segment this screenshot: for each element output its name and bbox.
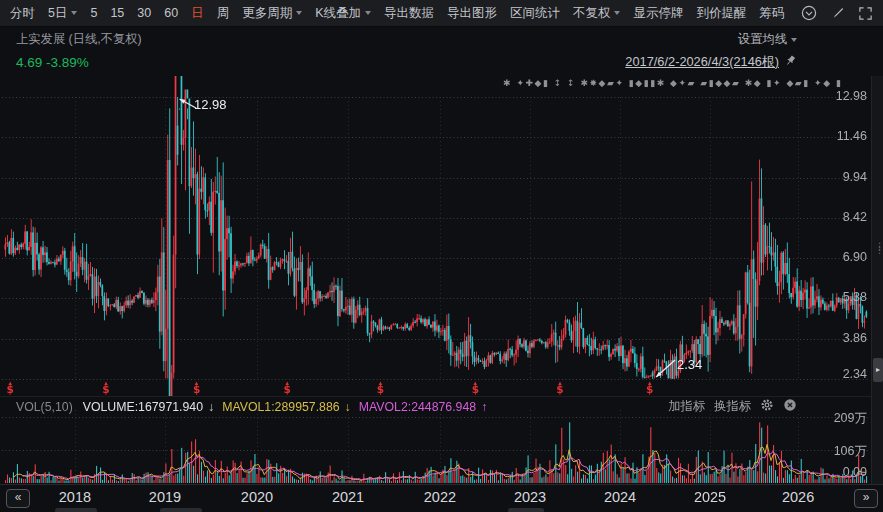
chevron-down-icon bbox=[791, 38, 797, 42]
toolbar-item-分时[interactable]: 分时 bbox=[10, 5, 35, 22]
toolbar-item-30[interactable]: 30 bbox=[137, 6, 151, 20]
year-label: 2018 bbox=[59, 489, 91, 505]
dollar-icon: $ bbox=[3, 385, 17, 394]
toolbar-item-不复权[interactable]: 不复权 bbox=[573, 5, 621, 22]
toolbar-item-显示停牌[interactable]: 显示停牌 bbox=[633, 5, 683, 22]
main-chart-canvas[interactable] bbox=[0, 76, 883, 396]
toolbar-items: 分时5日5153060日周更多周期K线叠加导出数据导出图形区间统计不复权显示停牌… bbox=[10, 5, 784, 22]
dollar-icon: $ bbox=[280, 385, 294, 394]
chevron-down-icon bbox=[296, 11, 302, 15]
cutoff-tab-stub bbox=[160, 508, 202, 512]
price-axis-label: 8.42 bbox=[843, 210, 867, 224]
x-axis-bar: « » 201820192020202120222023202420252026 bbox=[0, 485, 883, 512]
volume-axis-label: 209万 bbox=[834, 410, 867, 427]
switch-indicator-button[interactable]: 换指标 bbox=[714, 398, 751, 415]
dividend-marker[interactable]: ▲$ bbox=[553, 381, 567, 394]
toolbar-item-区间统计[interactable]: 区间统计 bbox=[510, 5, 560, 22]
chevron-down-icon bbox=[365, 11, 371, 15]
dividend-marker[interactable]: ▲$ bbox=[3, 381, 17, 394]
toolbar-item-日[interactable]: 日 bbox=[191, 5, 204, 22]
year-label: 2020 bbox=[241, 489, 273, 505]
price-change: 4.69 -3.89% bbox=[16, 55, 89, 70]
scroll-right-button[interactable]: » bbox=[854, 489, 878, 508]
year-label: 2026 bbox=[782, 489, 814, 505]
price-axis-label: 9.94 bbox=[843, 170, 867, 184]
dividend-marker[interactable]: ▲$ bbox=[99, 381, 113, 394]
mavol1-down-arrow: ↓ bbox=[345, 400, 351, 414]
toolbar-item-导出图形[interactable]: 导出图形 bbox=[447, 5, 497, 22]
year-label: 2021 bbox=[332, 489, 364, 505]
fullscreen-icon[interactable] bbox=[858, 6, 873, 21]
toolbar-item-15[interactable]: 15 bbox=[110, 6, 124, 20]
toolbar-item-60[interactable]: 60 bbox=[164, 6, 178, 20]
stock-chart-app: 分时5日5153060日周更多周期K线叠加导出数据导出图形区间统计不复权显示停牌… bbox=[0, 0, 883, 512]
volume-down-arrow: ↓ bbox=[208, 400, 214, 414]
volume-axis-label: 0.00 bbox=[843, 465, 867, 479]
toolbar-item-K线叠加[interactable]: K线叠加 bbox=[315, 5, 371, 22]
scrollbar-grip-icon[interactable]: ⋮⋮ bbox=[875, 244, 883, 252]
toolbar-item-5日[interactable]: 5日 bbox=[48, 5, 77, 22]
close-circle-icon[interactable] bbox=[783, 398, 797, 415]
toolbar-icons bbox=[801, 5, 873, 21]
toolbar-item-更多周期[interactable]: 更多周期 bbox=[242, 5, 302, 22]
year-label: 2019 bbox=[149, 489, 181, 505]
toolbar-item-筹码[interactable]: 筹码 bbox=[759, 5, 784, 22]
cutoff-tab-stub bbox=[508, 508, 544, 512]
dollar-icon: $ bbox=[190, 385, 204, 394]
event-markers-row[interactable]: ✱ ✦✚◆▮ ↕ ↕ ✱✸◆▰✦ ▮◆▮▮✱ ◆✦▰ ▰▮◆◆▰ ✱◆ ▮✦ ◆… bbox=[503, 78, 871, 88]
year-label: 2022 bbox=[424, 489, 456, 505]
dollar-icon: $ bbox=[373, 385, 387, 394]
last-price: 4.69 bbox=[16, 55, 42, 70]
high-annotation: 12.98 bbox=[194, 97, 227, 112]
cutoff-tab-stub bbox=[55, 508, 97, 512]
symbol-title: 上实发展 (日线,不复权) bbox=[16, 31, 142, 48]
mavol1-value: MAVOL1:289957.886 bbox=[222, 400, 339, 414]
volume-value: VOLUME:167971.940 bbox=[83, 400, 203, 414]
mavol2-up-arrow: ↑ bbox=[481, 400, 487, 414]
price-axis-label: 3.86 bbox=[843, 331, 867, 345]
scroll-left-button[interactable]: « bbox=[6, 489, 30, 508]
brush-icon[interactable] bbox=[830, 6, 845, 21]
volume-header-actions: 加指标 换指标 bbox=[668, 398, 797, 415]
pane-divider bbox=[0, 396, 883, 397]
price-axis-label: 2.34 bbox=[843, 367, 867, 381]
dividend-marker[interactable]: ▲$ bbox=[190, 381, 204, 394]
date-range-wrap: 2017/6/2-2026/4/3(2146根) bbox=[625, 53, 797, 71]
gear-icon[interactable] bbox=[760, 398, 774, 415]
year-label: 2024 bbox=[604, 489, 636, 505]
year-label: 2025 bbox=[694, 489, 726, 505]
indicator-name: VOL(5,10) bbox=[16, 400, 73, 414]
info-row-price: 4.69 -3.89% 2017/6/2-2026/4/3(2146根) bbox=[16, 53, 797, 71]
chevron-down-icon bbox=[614, 11, 620, 15]
dollar-icon: $ bbox=[468, 385, 482, 394]
date-range-link[interactable]: 2017/6/2-2026/4/3(2146根) bbox=[625, 54, 779, 71]
dividend-marker[interactable]: ▲$ bbox=[468, 381, 482, 394]
year-label: 2023 bbox=[514, 489, 546, 505]
price-axis-label: 6.90 bbox=[843, 250, 867, 264]
low-annotation: 2.34 bbox=[677, 357, 702, 372]
dollar-icon: $ bbox=[643, 385, 657, 394]
change-percent: -3.89% bbox=[46, 55, 89, 70]
toolbar: 分时5日5153060日周更多周期K线叠加导出数据导出图形区间统计不复权显示停牌… bbox=[0, 0, 883, 27]
toolbar-item-导出数据[interactable]: 导出数据 bbox=[384, 5, 434, 22]
dividend-marker[interactable]: ▲$ bbox=[643, 381, 657, 394]
toolbar-item-到价提醒[interactable]: 到价提醒 bbox=[696, 5, 746, 22]
dividend-marker[interactable]: ▲$ bbox=[280, 381, 294, 394]
circle-chevron-down-icon[interactable] bbox=[801, 5, 817, 21]
dividend-marker[interactable]: ▲$ bbox=[373, 381, 387, 394]
ma-settings-dropdown[interactable]: 设置均线 bbox=[738, 31, 797, 48]
toolbar-item-周[interactable]: 周 bbox=[217, 5, 230, 22]
volume-header: VOL(5,10) VOLUME:167971.940 ↓ MAVOL1:289… bbox=[16, 398, 797, 415]
ma-settings-label: 设置均线 bbox=[738, 31, 787, 48]
info-row-title: 上实发展 (日线,不复权) 设置均线 bbox=[16, 31, 797, 48]
chevron-down-icon bbox=[71, 11, 77, 15]
price-axis-label: 11.46 bbox=[837, 129, 867, 143]
dollar-icon: $ bbox=[99, 385, 113, 394]
toolbar-item-5[interactable]: 5 bbox=[90, 6, 97, 20]
dollar-icon: $ bbox=[553, 385, 567, 394]
volume-chart-canvas[interactable] bbox=[0, 408, 883, 484]
right-scrollbar[interactable]: ⋮⋮ ▸ bbox=[871, 76, 883, 484]
scrollbar-thumb[interactable]: ▸ bbox=[873, 358, 883, 382]
pin-icon[interactable] bbox=[784, 53, 797, 71]
add-indicator-button[interactable]: 加指标 bbox=[668, 398, 705, 415]
